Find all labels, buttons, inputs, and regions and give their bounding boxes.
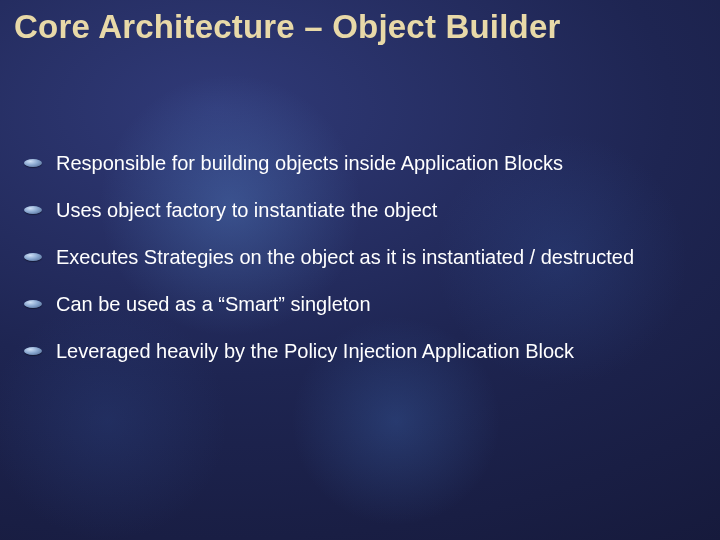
bullet-text: Responsible for building objects inside … <box>56 140 680 187</box>
bullet-icon <box>24 347 42 355</box>
bullet-text: Can be used as a “Smart” singleton <box>56 281 680 328</box>
list-item: Can be used as a “Smart” singleton <box>54 281 680 328</box>
list-item: Responsible for building objects inside … <box>54 140 680 187</box>
bullet-icon <box>24 159 42 167</box>
list-item: Leveraged heavily by the Policy Injectio… <box>54 328 680 375</box>
bullet-text: Uses object factory to instantiate the o… <box>56 187 680 234</box>
bullet-text: Executes Strategies on the object as it … <box>56 234 680 281</box>
bullet-icon <box>24 206 42 214</box>
slide-title: Core Architecture – Object Builder <box>14 8 706 46</box>
slide-body: Responsible for building objects inside … <box>54 140 680 375</box>
slide: Core Architecture – Object Builder Respo… <box>0 0 720 540</box>
bullet-icon <box>24 300 42 308</box>
bullet-icon <box>24 253 42 261</box>
list-item: Executes Strategies on the object as it … <box>54 234 680 281</box>
list-item: Uses object factory to instantiate the o… <box>54 187 680 234</box>
bullet-text: Leveraged heavily by the Policy Injectio… <box>56 328 680 375</box>
